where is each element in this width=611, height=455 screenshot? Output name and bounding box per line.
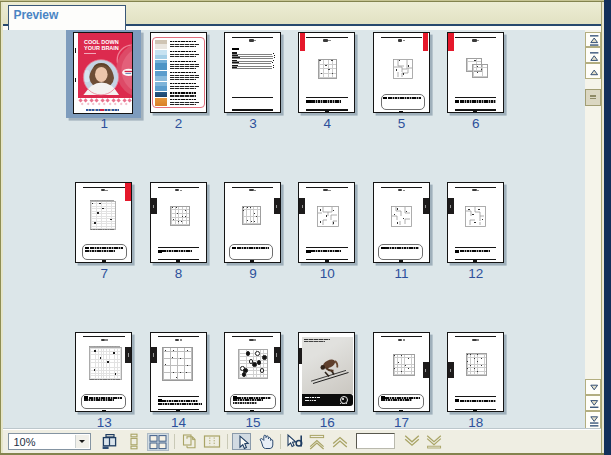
svg-text:YOUR BRAIN: YOUR BRAIN <box>84 46 119 52</box>
svg-text:COOL DOWN: COOL DOWN <box>84 39 119 45</box>
